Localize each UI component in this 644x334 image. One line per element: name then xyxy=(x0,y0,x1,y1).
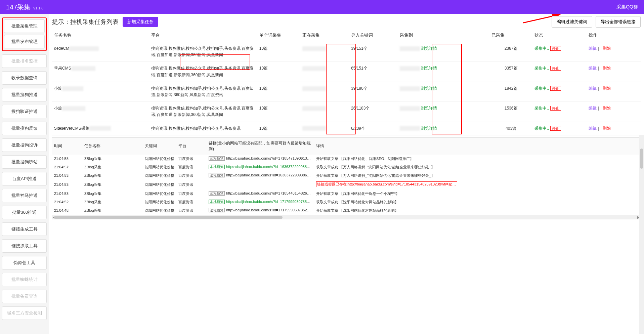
horizontal-scrollbar[interactable]: ◀ ▶ xyxy=(52,215,641,219)
log-keyword: 沈阳网站优化价格 xyxy=(143,171,176,180)
log-task: ZBlog采集 xyxy=(82,171,143,180)
task-platform: 搜狗资讯,搜狗微信,搜狗公众号,搜狗知乎,头条资讯,百度资讯,百度知道,新浪新闻… xyxy=(149,62,257,82)
log-platform: 百度资讯 xyxy=(176,180,207,190)
task-ops: 编辑 | 删除 xyxy=(587,122,641,135)
task-col-2: 单个词采集 xyxy=(257,29,301,42)
log-detail: 开始获取文章 【万人网络讲解_"沈阳网站优化"能给企业带来哪些好处_】 xyxy=(314,171,641,180)
log-keyword: 沈阳网站优化价格 xyxy=(143,198,176,206)
task-col-8: 操作 xyxy=(587,29,641,42)
task-col-7: 状态 xyxy=(532,29,587,42)
delete-button[interactable]: 删除 xyxy=(603,66,611,71)
task-single: 10篇 xyxy=(257,102,301,122)
sidebar-highlight-group: 批量采集管理 批量发布管理 xyxy=(2,17,47,51)
sidebar-item-14: 批量备案查询 xyxy=(2,290,47,303)
edit-button[interactable]: 编辑 xyxy=(589,106,597,111)
log-row: 21:04:52:ZBlog采集沈阳网站优化价格百度资讯本地预览https://… xyxy=(52,198,641,206)
sidebar-item-5[interactable]: 批量搜狗投诉 xyxy=(2,138,47,152)
stop-button[interactable]: 停止 xyxy=(550,126,561,131)
log-row: 21:04:48:ZBlog采集沈阳网站优化价格百度资讯远程预览http://b… xyxy=(52,206,641,215)
task-platform: 搜狗资讯,搜狗微信,搜狗知乎,搜狗公众号,头条资讯 xyxy=(149,122,257,135)
task-status: 采集中..停止 xyxy=(532,62,587,82)
log-detail: 获取文章成功 【万人网络讲解_"沈阳网站优化"能给企业带来哪些好处_】 xyxy=(314,163,641,171)
remote-badge[interactable]: 远程预览 xyxy=(209,173,225,177)
edit-button[interactable]: 编辑 xyxy=(589,66,597,71)
remote-badge[interactable]: 远程预览 xyxy=(209,191,225,196)
stop-button[interactable]: 停止 xyxy=(550,106,561,111)
log-time: 21:04:53: xyxy=(52,180,82,190)
detail-link[interactable]: 浏览详情 xyxy=(421,46,437,51)
log-time: 21:04:48: xyxy=(52,206,82,215)
log-task: ZBlog采集 xyxy=(82,163,143,171)
task-collected: 403篇 xyxy=(489,122,533,135)
log-keyword: 沈阳网站优化价格 xyxy=(143,163,176,171)
sidebar-item-12[interactable]: 伪原创工具 xyxy=(2,256,47,269)
delete-button[interactable]: 删除 xyxy=(603,106,611,111)
edit-filter-button[interactable]: 编辑过滤关键词 xyxy=(552,16,592,28)
log-task: ZBlog采集 xyxy=(82,198,143,206)
task-name: dedeCM xyxy=(54,45,69,52)
task-running xyxy=(300,82,349,101)
sidebar-item-2[interactable]: 批量搜狗推送 xyxy=(2,88,47,101)
stop-button[interactable]: 停止 xyxy=(550,46,561,51)
sidebar-item-6[interactable]: 批量搜狗绑站 xyxy=(2,155,47,169)
stop-button[interactable]: 停止 xyxy=(550,86,561,91)
detail-link[interactable]: 浏览详情 xyxy=(421,106,437,111)
remote-badge[interactable]: 远程预览 xyxy=(209,208,225,212)
task-col-5: 采集到 xyxy=(398,29,489,42)
task-col-6: 已采集 xyxy=(489,29,533,42)
task-ops: 编辑 | 删除 xyxy=(587,102,641,122)
sidebar-item-11[interactable]: 链接抓取工具 xyxy=(2,239,47,253)
log-detail: 开始获取文章 【沈阳网站优化对网站品牌的影响】 xyxy=(314,206,641,215)
sidebar-item-4[interactable]: 批量搜狗反馈 xyxy=(2,122,47,135)
log-row: 21:04:53:ZBlog采集沈阳网站优化价格百度资讯远程预览http://b… xyxy=(52,171,641,180)
remote-badge[interactable]: 远程预览 xyxy=(209,156,225,161)
add-task-button[interactable]: 新增采集任务 xyxy=(123,17,158,27)
task-collectto: 浏览详情 xyxy=(398,82,489,101)
delete-button[interactable]: 删除 xyxy=(603,46,611,51)
sidebar-item-publish-manage[interactable]: 批量发布管理 xyxy=(4,35,45,48)
task-table: 任务名称平台单个词采集正在采集导入关键词采集到已采集状态操作 dedeCM搜狗资… xyxy=(52,29,641,135)
log-platform: 百度资讯 xyxy=(176,198,207,206)
log-time: 21:04:58: xyxy=(52,155,82,163)
sidebar-item-8[interactable]: 批量神马推送 xyxy=(2,189,47,202)
main-panel: 提示：挂机采集任务列表 新增采集任务 编辑过滤关键词 导出全部错误链接 任务名称… xyxy=(49,14,644,334)
task-keywords: 39/180个 xyxy=(349,82,398,101)
edit-button[interactable]: 编辑 xyxy=(589,126,597,131)
task-name: SiteserverCMS采集 xyxy=(54,125,89,132)
detail-link[interactable]: 浏览详情 xyxy=(421,126,437,131)
log-detail: 链接或标题已存在[http://baijiahao.baidu.com/s?id… xyxy=(314,180,641,190)
task-collected: 3357篇 xyxy=(489,62,533,82)
sidebar-item-1[interactable]: 收录数据查询 xyxy=(2,71,47,85)
local-badge[interactable]: 本地预览 xyxy=(209,165,225,169)
delete-button[interactable]: 删除 xyxy=(603,126,611,131)
log-platform: 百度资讯 xyxy=(176,171,207,180)
detail-link[interactable]: 浏览详情 xyxy=(421,86,437,91)
task-single: 10篇 xyxy=(257,122,301,135)
sidebar-item-3[interactable]: 搜狗验证推送 xyxy=(2,105,47,118)
edit-button[interactable]: 编辑 xyxy=(589,86,597,91)
sidebar-item-collect-manage[interactable]: 批量采集管理 xyxy=(4,19,45,33)
log-row: 21:04:57:ZBlog采集沈阳网站优化价格百度资讯本地预览https://… xyxy=(52,163,641,171)
task-running xyxy=(300,42,349,62)
detail-link[interactable]: 浏览详情 xyxy=(421,66,437,71)
task-row: 小旋搜狗资讯,搜狗微信,搜狗知乎,搜狗公众号,头条资讯,百度知道,新浪新闻,36… xyxy=(52,82,641,101)
task-platform: 搜狗资讯,搜狗微信,搜狗知乎,搜狗公众号,头条资讯,百度资讯,百度知道,新浪新闻… xyxy=(149,102,257,122)
log-task: ZBlog采集 xyxy=(82,155,143,163)
delete-button[interactable]: 删除 xyxy=(603,86,611,91)
sidebar-item-7[interactable]: 百度API推送 xyxy=(2,172,47,185)
scroll-thumb-v[interactable] xyxy=(640,149,643,169)
scroll-thumb[interactable] xyxy=(54,216,283,219)
task-collectto: 浏览详情 xyxy=(398,42,489,62)
sidebar-item-10[interactable]: 链接生成工具 xyxy=(2,222,47,236)
task-row: SiteserverCMS采集搜狗资讯,搜狗微信,搜狗知乎,搜狗公众号,头条资讯… xyxy=(52,122,641,135)
task-status: 采集中..停止 xyxy=(532,42,587,62)
edit-button[interactable]: 编辑 xyxy=(589,46,597,51)
stop-button[interactable]: 停止 xyxy=(550,66,561,71)
export-errors-button[interactable]: 导出全部错误链接 xyxy=(596,16,641,28)
sidebar-item-9[interactable]: 批量360推送 xyxy=(2,206,47,219)
vertical-scrollbar[interactable] xyxy=(639,135,644,334)
local-badge[interactable]: 本地预览 xyxy=(209,200,225,204)
log-keyword: 沈阳网站优化价格 xyxy=(143,155,176,163)
task-collectto: 浏览详情 xyxy=(398,62,489,82)
qq-group-link[interactable]: 采集QQ群 xyxy=(616,4,638,9)
